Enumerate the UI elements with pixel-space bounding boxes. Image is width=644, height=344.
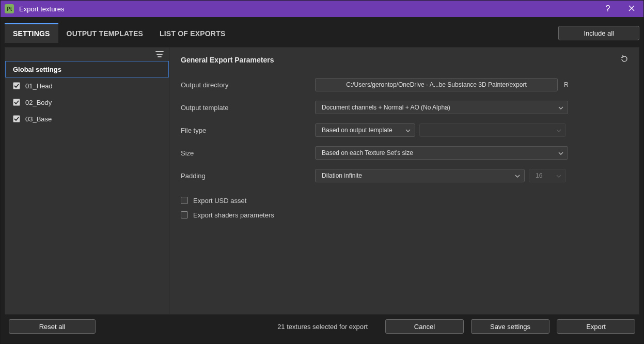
sidebar-item-label: Global settings <box>13 66 61 73</box>
file-type-secondary-select <box>419 123 566 137</box>
panel-title-row: General Export Parameters <box>181 55 629 65</box>
output-template-select[interactable]: Document channels + Normal + AO (No Alph… <box>315 101 568 114</box>
select-value: 16 <box>536 172 556 179</box>
panel-title: General Export Parameters <box>181 56 620 64</box>
cancel-button[interactable]: Cancel <box>385 319 464 334</box>
sidebar-item-03-base[interactable]: 03_Base <box>5 111 169 127</box>
label-export-shaders: Export shaders parameters <box>193 211 274 219</box>
status-text: 21 textures selected for export <box>103 323 378 331</box>
content-wrap: SETTINGS OUTPUT TEMPLATES LIST OF EXPORT… <box>1 17 643 343</box>
row-output-template: Output template Document channels + Norm… <box>181 99 629 116</box>
size-select[interactable]: Based on each Texture Set's size <box>315 146 568 160</box>
sidebar-item-label: 01_Head <box>25 82 53 90</box>
help-button[interactable]: ? <box>596 1 620 17</box>
export-textures-window: Pt Export textures ? SETTINGS OUTPUT TEM… <box>0 0 644 344</box>
row-export-usd[interactable]: Export USD asset <box>181 193 629 208</box>
help-icon: ? <box>606 4 610 13</box>
file-type-select[interactable]: Based on output template <box>315 123 415 137</box>
row-size: Size Based on each Texture Set's size <box>181 145 629 161</box>
checkbox-export-usd[interactable] <box>181 197 188 204</box>
close-icon <box>629 4 635 13</box>
select-value: Dilation infinite <box>322 172 515 179</box>
label-output-template: Output template <box>181 104 315 112</box>
chevron-down-icon <box>556 172 561 179</box>
label-size: Size <box>181 149 315 157</box>
sidebar-item-global-settings[interactable]: Global settings <box>5 61 169 77</box>
output-directory-reset[interactable]: R <box>562 81 569 88</box>
padding-select[interactable]: Dilation infinite <box>315 169 525 182</box>
row-file-type: File type Based on output template <box>181 122 629 138</box>
row-padding: Padding Dilation infinite 16 <box>181 167 629 184</box>
chevron-down-icon <box>558 149 563 157</box>
tab-list-of-exports[interactable]: LIST OF EXPORTS <box>151 23 233 43</box>
close-button[interactable] <box>620 1 643 17</box>
sidebar-toolbar <box>5 48 169 61</box>
chevron-down-icon <box>556 127 561 134</box>
titlebar: Pt Export textures ? <box>1 1 643 17</box>
padding-amount-select: 16 <box>529 169 566 182</box>
label-output-directory: Output directory <box>181 81 315 89</box>
row-export-shaders[interactable]: Export shaders parameters <box>181 208 629 222</box>
sidebar-item-label: 02_Body <box>25 99 52 106</box>
window-title: Export textures <box>19 5 596 13</box>
sidebar-item-label: 03_Base <box>25 115 52 123</box>
tab-settings[interactable]: SETTINGS <box>5 23 58 43</box>
sidebar: Global settings 01_Head 02_Body <box>5 48 169 314</box>
save-settings-button[interactable]: Save settings <box>471 319 549 334</box>
reset-all-button[interactable]: Reset all <box>9 319 96 334</box>
reset-parameters-icon[interactable] <box>620 55 629 65</box>
select-value: Document channels + Normal + AO (No Alph… <box>322 104 558 111</box>
checkbox-icon[interactable] <box>13 115 20 122</box>
output-directory-field[interactable]: C:/Users/gerontop/OneDrive - A...be Subs… <box>315 78 558 91</box>
split-panels: Global settings 01_Head 02_Body <box>5 47 639 315</box>
app-icon: Pt <box>5 4 14 13</box>
texture-set-list: Global settings 01_Head 02_Body <box>5 61 169 314</box>
tab-output-templates[interactable]: OUTPUT TEMPLATES <box>58 23 151 43</box>
select-value: Based on each Texture Set's size <box>322 149 558 157</box>
checkbox-icon[interactable] <box>13 99 20 106</box>
top-row: SETTINGS OUTPUT TEMPLATES LIST OF EXPORT… <box>5 22 639 44</box>
footer: Reset all 21 textures selected for expor… <box>5 315 639 338</box>
chevron-down-icon <box>515 172 520 179</box>
tabs: SETTINGS OUTPUT TEMPLATES LIST OF EXPORT… <box>5 23 233 43</box>
include-all-button[interactable]: Include all <box>558 26 639 40</box>
label-padding: Padding <box>181 172 315 180</box>
filter-icon[interactable] <box>155 51 164 58</box>
checkbox-icon[interactable] <box>13 82 20 89</box>
checkbox-export-shaders[interactable] <box>181 211 188 218</box>
parameters-panel: General Export Parameters Output directo… <box>169 48 639 314</box>
chevron-down-icon <box>558 104 563 111</box>
select-value: Based on output template <box>322 127 405 134</box>
label-export-usd: Export USD asset <box>193 197 246 205</box>
export-button[interactable]: Export <box>557 319 635 334</box>
label-file-type: File type <box>181 127 315 134</box>
chevron-down-icon <box>405 127 411 134</box>
sidebar-item-01-head[interactable]: 01_Head <box>5 77 169 94</box>
row-output-directory: Output directory C:/Users/gerontop/OneDr… <box>181 76 629 93</box>
sidebar-item-02-body[interactable]: 02_Body <box>5 94 169 111</box>
